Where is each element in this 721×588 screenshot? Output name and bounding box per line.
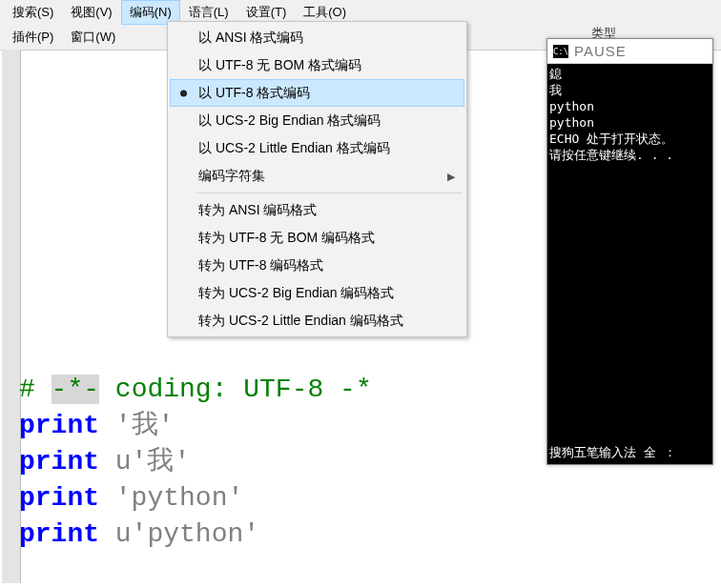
encoding-dropdown: 以 ANSI 格式编码 以 UTF-8 无 BOM 格式编码 以 UTF-8 格… (167, 21, 467, 337)
menu-view[interactable]: 视图(V) (62, 0, 120, 25)
encoding-item-label: 以 UTF-8 无 BOM 格式编码 (198, 57, 361, 74)
ime-status: 搜狗五笔输入法 全 ： (549, 444, 711, 460)
convert-item-utf8-nobom[interactable]: 转为 UTF-8 无 BOM 编码格式 (170, 224, 464, 252)
encoding-item-utf8[interactable]: 以 UTF-8 格式编码 (170, 79, 464, 107)
encoding-item-label: 以 ANSI 格式编码 (198, 30, 303, 47)
encoding-item-ucs2-le[interactable]: 以 UCS-2 Little Endian 格式编码 (170, 134, 464, 162)
encoding-item-ansi[interactable]: 以 ANSI 格式编码 (170, 24, 464, 51)
encoding-item-label: 以 UCS-2 Big Endian 格式编码 (198, 112, 381, 130)
code-string: u'我' (99, 447, 190, 476)
convert-item-ucs2-be[interactable]: 转为 UCS-2 Big Endian 编码格式 (170, 279, 464, 307)
encoding-item-ucs2-be[interactable]: 以 UCS-2 Big Endian 格式编码 (170, 107, 464, 134)
encoding-item-label: 转为 UCS-2 Big Endian 编码格式 (198, 285, 394, 302)
convert-item-utf8[interactable]: 转为 UTF-8 编码格式 (170, 252, 464, 279)
code-comment: # -*- coding: UTF-8 -* (19, 375, 372, 404)
code-string: 'python' (99, 483, 243, 513)
editor-gutter (2, 50, 21, 583)
menu-window[interactable]: 窗口(W) (62, 25, 124, 50)
encoding-item-label: 以 UTF-8 格式编码 (198, 85, 310, 102)
terminal-body[interactable]: 鎴 我 python python ECHO 处于打开状态。 请按任意键继续. … (547, 64, 712, 464)
code-keyword: print (19, 483, 99, 513)
encoding-item-label: 转为 UTF-8 无 BOM 编码格式 (198, 230, 375, 247)
encoding-item-utf8-nobom[interactable]: 以 UTF-8 无 BOM 格式编码 (170, 51, 464, 79)
terminal-line: 请按任意键继续. . . (549, 148, 673, 162)
terminal-window: C:\ PAUSE 鎴 我 python python ECHO 处于打开状态。… (546, 38, 713, 465)
code-area[interactable]: # -*- coding: UTF-8 -* print '我' print u… (19, 372, 372, 553)
convert-item-ansi[interactable]: 转为 ANSI 编码格式 (170, 196, 464, 224)
encoding-item-label: 转为 ANSI 编码格式 (198, 202, 317, 219)
encoding-item-charset[interactable]: 编码字符集 ▶ (170, 162, 464, 190)
code-string: u'python' (99, 519, 259, 549)
terminal-titlebar[interactable]: C:\ PAUSE (547, 39, 712, 64)
terminal-line: python (549, 99, 594, 113)
terminal-title: PAUSE (574, 43, 627, 59)
terminal-line: ECHO 处于打开状态。 (549, 132, 673, 146)
terminal-line: 鎴 (549, 67, 562, 81)
encoding-item-label: 转为 UCS-2 Little Endian 编码格式 (198, 313, 403, 330)
menu-plugins[interactable]: 插件(P) (4, 25, 62, 50)
code-keyword: print (19, 447, 99, 476)
encoding-item-label: 以 UCS-2 Little Endian 格式编码 (198, 140, 390, 157)
encoding-item-label: 编码字符集 (198, 168, 265, 185)
terminal-line: 我 (549, 83, 562, 97)
code-keyword: print (19, 411, 99, 440)
code-keyword: print (19, 519, 99, 549)
chevron-right-icon: ▶ (447, 170, 455, 182)
menu-search[interactable]: 搜索(S) (4, 0, 62, 25)
encoding-item-label: 转为 UTF-8 编码格式 (198, 257, 323, 274)
code-string: '我' (99, 411, 174, 440)
terminal-icon: C:\ (553, 45, 568, 58)
menu-separator (196, 193, 463, 193)
terminal-line: python (549, 115, 594, 130)
radio-dot-icon (180, 90, 187, 96)
convert-item-ucs2-le[interactable]: 转为 UCS-2 Little Endian 编码格式 (170, 307, 464, 335)
